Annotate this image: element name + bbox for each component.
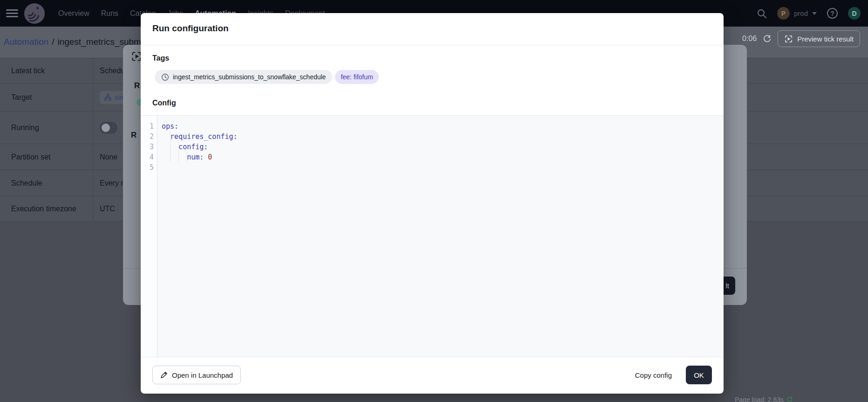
run-configuration-modal: Run configuration Tags ingest_metrics_su… bbox=[141, 13, 724, 394]
deployment-switcher[interactable]: P prod bbox=[777, 7, 817, 20]
breadcrumb-separator: / bbox=[52, 37, 54, 47]
row-label: Latest tick bbox=[0, 58, 93, 83]
modal-title: Run configuration bbox=[152, 23, 229, 34]
search-icon[interactable] bbox=[757, 8, 767, 19]
open-in-launchpad-button[interactable]: Open in Launchpad bbox=[152, 366, 241, 384]
yaml-key: num: bbox=[187, 153, 204, 161]
row-label: Running bbox=[0, 111, 93, 144]
editor-line-number-gutter: 12345 bbox=[141, 116, 157, 357]
tags-heading: Tags bbox=[152, 54, 169, 62]
refresh-icon[interactable] bbox=[763, 35, 772, 43]
row-label: Execution timezone bbox=[0, 196, 93, 221]
config-heading: Config bbox=[152, 99, 176, 107]
ok-button[interactable]: OK bbox=[686, 366, 712, 384]
yaml-value: 0 bbox=[208, 153, 212, 161]
nav-item-overview[interactable]: Overview bbox=[58, 9, 89, 18]
breadcrumb-section-link[interactable]: Automation bbox=[4, 37, 48, 47]
preview-tick-result-label: Preview tick result bbox=[797, 35, 854, 43]
dagster-logo-icon[interactable] bbox=[24, 3, 45, 24]
job-graph-icon bbox=[104, 94, 111, 101]
code-line: requires_config: bbox=[162, 132, 238, 142]
pencil-icon bbox=[160, 371, 168, 379]
code-line: ops: bbox=[162, 121, 238, 132]
deployment-avatar: P bbox=[777, 7, 790, 20]
tags-row: ingest_metrics_submissions_to_snowflake_… bbox=[155, 70, 379, 84]
toggle-knob bbox=[102, 124, 110, 132]
yaml-code: ops:requires_config:config:num: 0 bbox=[162, 121, 238, 173]
page-load-label: Page load: 2.63s bbox=[735, 396, 784, 402]
running-toggle[interactable] bbox=[100, 122, 117, 134]
tick-countdown: 0:06 bbox=[742, 35, 757, 43]
hamburger-menu-icon[interactable] bbox=[6, 9, 18, 17]
tag-label: ingest_metrics_submissions_to_snowflake_… bbox=[173, 73, 326, 81]
line-number: 3 bbox=[150, 142, 154, 152]
deployment-name: prod bbox=[794, 9, 808, 17]
row-label: Schedule bbox=[0, 170, 93, 196]
dialog-heading-fragment: R bbox=[134, 81, 140, 90]
preview-tick-result-button[interactable]: Preview tick result bbox=[778, 30, 860, 47]
user-avatar[interactable]: D bbox=[848, 7, 861, 20]
help-icon[interactable]: ? bbox=[827, 8, 838, 19]
page-load-indicator: Page load: 2.63s bbox=[735, 396, 793, 402]
row-label: Target bbox=[0, 83, 93, 111]
yaml-key: config: bbox=[178, 143, 208, 151]
line-number: 5 bbox=[150, 162, 154, 173]
preview-tick-icon bbox=[784, 35, 793, 43]
code-line: num: 0 bbox=[162, 152, 238, 162]
header-actions: 0:06 Preview tick result bbox=[742, 30, 860, 47]
clock-icon bbox=[161, 73, 169, 81]
divider bbox=[141, 45, 724, 45]
performance-icon bbox=[786, 396, 793, 402]
copy-config-button[interactable]: Copy config bbox=[635, 366, 672, 384]
row-label: Partition set bbox=[0, 144, 93, 170]
line-number: 2 bbox=[150, 132, 154, 142]
divider bbox=[141, 357, 724, 357]
yaml-key: requires_config: bbox=[170, 132, 238, 141]
code-line: config: bbox=[162, 142, 238, 152]
chevron-down-icon bbox=[812, 12, 817, 15]
config-code-editor[interactable]: 12345 ops:requires_config:config:num: 0 bbox=[141, 115, 724, 357]
navbar-right: P prod ? D bbox=[757, 7, 861, 20]
open-in-launchpad-label: Open in Launchpad bbox=[172, 371, 233, 379]
dialog-heading-fragment: R bbox=[131, 131, 137, 140]
yaml-key: ops: bbox=[162, 122, 178, 131]
line-number: 1 bbox=[150, 121, 154, 132]
line-number: 4 bbox=[150, 152, 154, 162]
tag-pill: fee: fifofum bbox=[335, 70, 378, 84]
tag-label: fee: fifofum bbox=[341, 73, 373, 81]
tag-pill: ingest_metrics_submissions_to_snowflake_… bbox=[155, 70, 332, 84]
nav-item-runs[interactable]: Runs bbox=[101, 9, 118, 18]
code-line bbox=[162, 162, 238, 173]
